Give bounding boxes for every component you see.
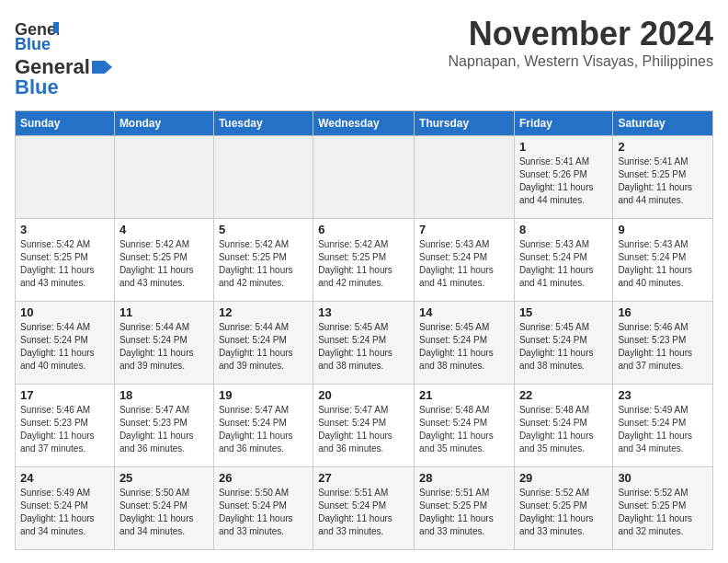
- day-number: 16: [618, 305, 708, 319]
- day-number: 26: [219, 471, 308, 485]
- day-cell: 22Sunrise: 5:48 AM Sunset: 5:24 PM Dayli…: [514, 385, 612, 467]
- day-info: Sunrise: 5:49 AM Sunset: 5:24 PM Dayligh…: [20, 487, 109, 538]
- day-info: Sunrise: 5:43 AM Sunset: 5:24 PM Dayligh…: [519, 238, 608, 290]
- day-info: Sunrise: 5:45 AM Sunset: 5:24 PM Dayligh…: [419, 321, 509, 373]
- day-number: 11: [119, 305, 209, 319]
- day-number: 10: [20, 305, 109, 319]
- header: General Blue General Blue November 2024 …: [15, 15, 713, 99]
- day-info: Sunrise: 5:44 AM Sunset: 5:24 PM Dayligh…: [119, 321, 209, 373]
- day-cell: 28Sunrise: 5:51 AM Sunset: 5:25 PM Dayli…: [415, 467, 515, 550]
- col-header-sunday: Sunday: [16, 111, 115, 136]
- day-info: Sunrise: 5:49 AM Sunset: 5:24 PM Dayligh…: [618, 404, 708, 455]
- day-cell: 20Sunrise: 5:47 AM Sunset: 5:24 PM Dayli…: [313, 385, 415, 467]
- day-number: 7: [419, 223, 509, 236]
- day-info: Sunrise: 5:44 AM Sunset: 5:24 PM Dayligh…: [20, 321, 109, 373]
- day-cell: [313, 136, 415, 219]
- week-row-3: 10Sunrise: 5:44 AM Sunset: 5:24 PM Dayli…: [16, 302, 713, 385]
- day-cell: [114, 136, 213, 219]
- day-info: Sunrise: 5:43 AM Sunset: 5:24 PM Dayligh…: [419, 238, 509, 290]
- day-cell: 7Sunrise: 5:43 AM Sunset: 5:24 PM Daylig…: [415, 219, 515, 302]
- day-cell: 3Sunrise: 5:42 AM Sunset: 5:25 PM Daylig…: [16, 219, 115, 302]
- day-info: Sunrise: 5:42 AM Sunset: 5:25 PM Dayligh…: [219, 238, 308, 290]
- day-number: 27: [318, 471, 409, 485]
- day-number: 6: [318, 223, 409, 236]
- logo-blue: Blue: [15, 75, 59, 99]
- day-number: 29: [519, 471, 608, 485]
- day-cell: 5Sunrise: 5:42 AM Sunset: 5:25 PM Daylig…: [213, 219, 313, 302]
- day-number: 23: [618, 388, 708, 402]
- day-number: 19: [219, 388, 308, 402]
- day-number: 3: [20, 223, 109, 236]
- day-cell: 4Sunrise: 5:42 AM Sunset: 5:25 PM Daylig…: [114, 219, 213, 302]
- day-cell: 26Sunrise: 5:50 AM Sunset: 5:24 PM Dayli…: [213, 467, 313, 550]
- day-cell: 13Sunrise: 5:45 AM Sunset: 5:24 PM Dayli…: [313, 302, 415, 385]
- day-cell: [213, 136, 313, 219]
- week-row-5: 24Sunrise: 5:49 AM Sunset: 5:24 PM Dayli…: [16, 467, 713, 550]
- day-info: Sunrise: 5:42 AM Sunset: 5:25 PM Dayligh…: [119, 238, 209, 290]
- day-cell: 9Sunrise: 5:43 AM Sunset: 5:24 PM Daylig…: [613, 219, 713, 302]
- day-cell: [415, 136, 515, 219]
- day-cell: 25Sunrise: 5:50 AM Sunset: 5:24 PM Dayli…: [114, 467, 213, 550]
- day-cell: 14Sunrise: 5:45 AM Sunset: 5:24 PM Dayli…: [415, 302, 515, 385]
- col-header-friday: Friday: [514, 111, 612, 136]
- day-number: 1: [519, 140, 608, 154]
- day-info: Sunrise: 5:48 AM Sunset: 5:24 PM Dayligh…: [419, 404, 509, 455]
- day-cell: 8Sunrise: 5:43 AM Sunset: 5:24 PM Daylig…: [514, 219, 612, 302]
- day-cell: 15Sunrise: 5:45 AM Sunset: 5:24 PM Dayli…: [514, 302, 612, 385]
- day-number: 14: [419, 305, 509, 319]
- day-info: Sunrise: 5:52 AM Sunset: 5:25 PM Dayligh…: [618, 487, 708, 538]
- day-info: Sunrise: 5:45 AM Sunset: 5:24 PM Dayligh…: [318, 321, 409, 373]
- day-number: 8: [519, 223, 608, 236]
- day-number: 22: [519, 388, 608, 402]
- day-info: Sunrise: 5:51 AM Sunset: 5:24 PM Dayligh…: [318, 487, 409, 538]
- day-info: Sunrise: 5:47 AM Sunset: 5:24 PM Dayligh…: [219, 404, 308, 455]
- day-number: 5: [219, 223, 308, 236]
- day-cell: 27Sunrise: 5:51 AM Sunset: 5:24 PM Dayli…: [313, 467, 415, 550]
- day-cell: 16Sunrise: 5:46 AM Sunset: 5:23 PM Dayli…: [613, 302, 713, 385]
- day-info: Sunrise: 5:46 AM Sunset: 5:23 PM Dayligh…: [20, 404, 109, 455]
- day-info: Sunrise: 5:50 AM Sunset: 5:24 PM Dayligh…: [219, 487, 308, 538]
- col-header-wednesday: Wednesday: [313, 111, 415, 136]
- day-cell: 6Sunrise: 5:42 AM Sunset: 5:25 PM Daylig…: [313, 219, 415, 302]
- day-number: 21: [419, 388, 509, 402]
- day-cell: 17Sunrise: 5:46 AM Sunset: 5:23 PM Dayli…: [16, 385, 115, 467]
- col-header-thursday: Thursday: [415, 111, 515, 136]
- day-info: Sunrise: 5:42 AM Sunset: 5:25 PM Dayligh…: [318, 238, 409, 290]
- day-number: 12: [219, 305, 308, 319]
- calendar-table: SundayMondayTuesdayWednesdayThursdayFrid…: [15, 110, 713, 550]
- day-info: Sunrise: 5:41 AM Sunset: 5:25 PM Dayligh…: [618, 155, 708, 207]
- day-cell: 24Sunrise: 5:49 AM Sunset: 5:24 PM Dayli…: [16, 467, 115, 550]
- day-cell: 23Sunrise: 5:49 AM Sunset: 5:24 PM Dayli…: [613, 385, 713, 467]
- col-header-monday: Monday: [114, 111, 213, 136]
- svg-marker-3: [92, 61, 112, 74]
- day-cell: [16, 136, 115, 219]
- day-info: Sunrise: 5:47 AM Sunset: 5:24 PM Dayligh…: [318, 404, 409, 455]
- day-info: Sunrise: 5:48 AM Sunset: 5:24 PM Dayligh…: [519, 404, 608, 455]
- day-number: 17: [20, 388, 109, 402]
- day-number: 25: [119, 471, 209, 485]
- day-number: 15: [519, 305, 608, 319]
- location-title: Napnapan, Western Visayas, Philippines: [449, 53, 713, 70]
- week-row-1: 1Sunrise: 5:41 AM Sunset: 5:26 PM Daylig…: [16, 136, 713, 219]
- day-info: Sunrise: 5:52 AM Sunset: 5:25 PM Dayligh…: [519, 487, 608, 538]
- day-cell: 18Sunrise: 5:47 AM Sunset: 5:23 PM Dayli…: [114, 385, 213, 467]
- month-title: November 2024: [449, 15, 713, 53]
- day-number: 20: [318, 388, 409, 402]
- day-number: 30: [618, 471, 708, 485]
- day-number: 4: [119, 223, 209, 236]
- day-info: Sunrise: 5:46 AM Sunset: 5:23 PM Dayligh…: [618, 321, 708, 373]
- day-number: 2: [618, 140, 708, 154]
- svg-marker-2: [53, 22, 59, 33]
- day-cell: 21Sunrise: 5:48 AM Sunset: 5:24 PM Dayli…: [415, 385, 515, 467]
- day-number: 28: [419, 471, 509, 485]
- day-cell: 11Sunrise: 5:44 AM Sunset: 5:24 PM Dayli…: [114, 302, 213, 385]
- day-info: Sunrise: 5:47 AM Sunset: 5:23 PM Dayligh…: [119, 404, 209, 455]
- day-info: Sunrise: 5:41 AM Sunset: 5:26 PM Dayligh…: [519, 155, 608, 207]
- day-cell: 29Sunrise: 5:52 AM Sunset: 5:25 PM Dayli…: [514, 467, 612, 550]
- day-cell: 19Sunrise: 5:47 AM Sunset: 5:24 PM Dayli…: [213, 385, 313, 467]
- day-cell: 10Sunrise: 5:44 AM Sunset: 5:24 PM Dayli…: [16, 302, 115, 385]
- day-number: 9: [618, 223, 708, 236]
- svg-text:Blue: Blue: [15, 35, 51, 52]
- logo: General Blue General Blue: [15, 15, 112, 99]
- day-cell: 12Sunrise: 5:44 AM Sunset: 5:24 PM Dayli…: [213, 302, 313, 385]
